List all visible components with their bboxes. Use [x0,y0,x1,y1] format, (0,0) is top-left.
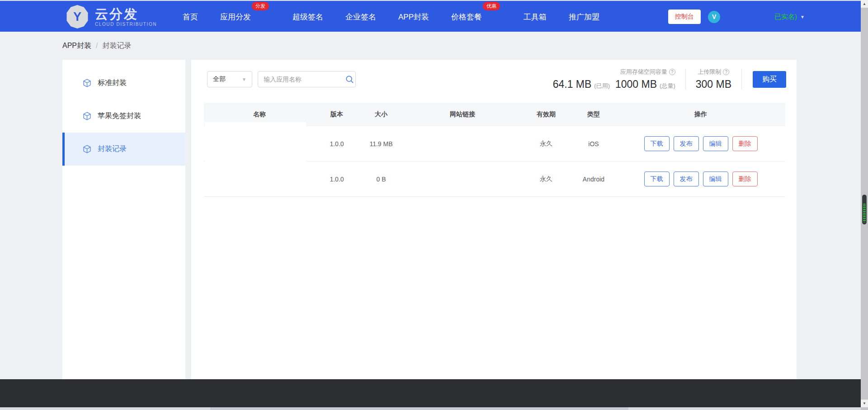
vertical-scrollbar[interactable]: ▲ ▼ [861,0,868,410]
storage-used-label: (已用) [594,82,610,90]
name-column-blank-overlay [205,122,306,196]
nav-item-promotion[interactable]: 推广加盟 [569,12,599,22]
logo-polygon-icon: Y [66,5,89,29]
upload-limit-value: 300 MB [696,78,731,91]
scroll-up-arrow-icon[interactable]: ▲ [861,0,868,8]
distribution-badge: 分发 [252,2,269,10]
cube-icon [82,78,92,88]
nav-menu: 首页 应用分发 分发 超级签名 企业签名 APP封装 价格套餐 优惠 工具箱 推… [183,1,622,33]
delete-button[interactable]: 删除 [732,172,758,186]
logo-subtitle: CLOUD DISTRIBUTION [95,22,157,27]
scroll-down-arrow-icon[interactable]: ▼ [861,400,868,407]
app-search-box [258,71,356,87]
col-name: 名称 [204,110,315,119]
nav-item-toolbox[interactable]: 工具箱 [524,12,547,22]
download-button[interactable]: 下载 [644,172,670,186]
nav-item-app-package[interactable]: APP封装 [398,12,429,22]
sidebar-item-package-records[interactable]: 封装记录 [62,133,185,166]
delete-button[interactable]: 删除 [732,136,758,151]
cell-type: iOS [571,140,616,148]
cell-validity: 永久 [521,175,571,183]
buy-button[interactable]: 购买 [753,71,786,88]
col-version: 版本 [315,110,359,119]
horizontal-scrollbar-thumb[interactable] [210,407,628,410]
page: Y 云分发 CLOUD DISTRIBUTION 首页 应用分发 分发 超级签名… [0,0,868,410]
account-status[interactable]: 已实名) [774,13,797,21]
sidebar-item-label: 标准封装 [98,78,127,88]
nav-item-super-sign[interactable]: 超级签名 [292,12,323,22]
col-actions: 操作 [616,110,785,119]
logo[interactable]: Y 云分发 CLOUD DISTRIBUTION [66,5,157,29]
storage-total-value: 1000 MB [615,78,657,91]
cube-icon [82,144,92,154]
cell-type: Android [571,176,616,183]
help-icon[interactable]: ? [723,69,729,75]
console-button[interactable]: 控制台 [668,10,701,24]
chevron-down-icon: ▼ [242,77,246,82]
col-validity: 有效期 [521,110,571,119]
upload-limit-label: 上传限制 [698,68,721,76]
capacity-label: 应用存储空间容量 [620,68,667,76]
breadcrumb: APP封装 / 封装记录 [62,32,131,60]
main-panel: 全部 ▼ 应用存储空间容量 ? 64.1 MB (已用) 1000 MB (总 [191,60,797,379]
edit-button[interactable]: 编辑 [703,172,728,186]
cell-size: 0 B [359,176,404,183]
sidebar-item-standard-package[interactable]: 标准封装 [62,67,185,100]
cell-size: 11.9 MB [359,140,404,148]
breadcrumb-separator: / [96,42,98,50]
cell-version: 1.0.0 [315,176,359,183]
scrollbar-green-stripes [863,204,866,222]
type-filter-select[interactable]: 全部 ▼ [207,71,252,87]
sidebar: 标准封装 苹果免签封装 封装记录 [62,60,185,379]
sidebar-item-label: 苹果免签封装 [98,111,141,121]
col-size: 大小 [359,110,404,119]
col-link: 网站链接 [404,110,521,119]
account-caret-icon[interactable]: ▼ [800,14,805,19]
nav-item-app-distribution[interactable]: 应用分发 分发 [220,12,251,22]
search-icon[interactable] [345,75,354,84]
filter-selected-value: 全部 [213,75,226,83]
sidebar-item-label: 封装记录 [98,144,127,154]
nav-right-cluster: 控制台 V 已实名) ▼ [668,1,805,33]
cell-version: 1.0.0 [315,140,359,148]
vertical-scrollbar-thumb[interactable] [862,194,867,225]
top-navbar: Y 云分发 CLOUD DISTRIBUTION 首页 应用分发 分发 超级签名… [0,0,861,32]
col-type: 类型 [571,110,616,119]
nav-item-enterprise-sign[interactable]: 企业签名 [345,12,376,22]
breadcrumb-section[interactable]: APP封装 [62,41,91,51]
page-footer [0,379,861,407]
storage-total-label: (总量) [660,82,675,90]
download-button[interactable]: 下载 [644,136,670,151]
help-icon[interactable]: ? [669,69,675,75]
breadcrumb-current: 封装记录 [102,41,131,51]
nav-item-pricing[interactable]: 价格套餐 优惠 [451,12,482,22]
divider [741,69,742,90]
sidebar-item-apple-free-sign-package[interactable]: 苹果免签封装 [62,100,185,133]
user-avatar[interactable]: V [708,11,720,23]
horizontal-scrollbar[interactable] [0,407,861,410]
cell-validity: 永久 [521,140,571,148]
storage-info: 应用存储空间容量 ? 64.1 MB (已用) 1000 MB (总量) 上传限… [553,68,786,91]
divider [685,69,686,90]
logo-title: 云分发 [95,7,157,21]
publish-button[interactable]: 发布 [674,136,699,151]
publish-button[interactable]: 发布 [674,172,699,186]
nav-item-home[interactable]: 首页 [183,12,198,22]
search-input[interactable] [264,76,345,83]
edit-button[interactable]: 编辑 [703,136,728,151]
discount-badge: 优惠 [483,2,500,10]
storage-used-value: 64.1 MB [553,78,592,91]
cube-icon [82,111,92,121]
